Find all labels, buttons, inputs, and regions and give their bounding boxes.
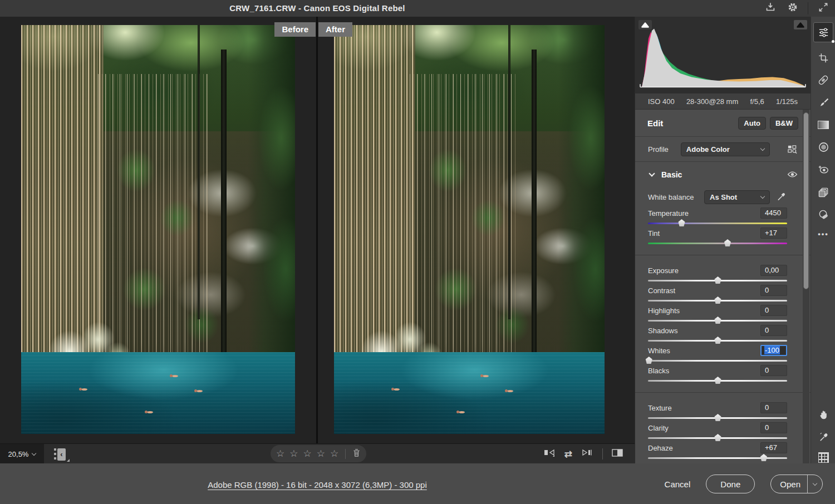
fullscreen-button[interactable]	[816, 2, 831, 15]
red-eye-tool-button[interactable]	[813, 159, 833, 179]
temperature-slider[interactable]	[648, 219, 787, 227]
basic-section-title: Basic	[661, 170, 682, 179]
copy-settings-icon	[581, 448, 594, 460]
clarity-slider[interactable]	[648, 434, 787, 442]
brush-tool-button[interactable]	[813, 92, 833, 112]
slider-thumb[interactable]	[714, 297, 722, 304]
preview-toggle-button[interactable]	[611, 448, 623, 459]
slider-track	[648, 223, 787, 224]
blacks-value-field[interactable]: 0	[760, 365, 787, 376]
slider-thumb[interactable]	[714, 337, 722, 344]
edit-tool-button[interactable]	[813, 22, 833, 42]
preview-toggle-icon	[611, 448, 623, 459]
texture-slider[interactable]	[648, 414, 787, 422]
exposure-value-field[interactable]: 0,00	[760, 265, 787, 276]
healing-tool-button[interactable]	[813, 70, 833, 90]
star-rating-3[interactable]: ☆	[303, 449, 312, 458]
exposure-slider[interactable]	[648, 276, 787, 284]
filmstrip-toggle-button[interactable]: ‹	[54, 447, 71, 462]
contrast-value-field[interactable]: 0	[760, 285, 787, 296]
delete-button[interactable]	[352, 448, 361, 459]
color-sampler-button[interactable]	[813, 426, 833, 446]
save-image-button[interactable]	[763, 2, 778, 15]
white-balance-label: White balance	[648, 193, 694, 201]
white-balance-eyedropper-button[interactable]	[777, 191, 787, 204]
shadows-slider[interactable]	[648, 337, 787, 344]
slider-thumb[interactable]	[645, 357, 653, 364]
dehaze-value-field[interactable]: +67	[760, 442, 787, 453]
slider-label: Shadows	[648, 327, 677, 335]
slider-thumb[interactable]	[714, 377, 722, 384]
auto-button[interactable]: Auto	[738, 117, 766, 130]
clarity-value-field[interactable]: 0	[760, 422, 787, 433]
tint-slider[interactable]	[648, 239, 787, 247]
star-rating-5[interactable]: ☆	[330, 449, 338, 458]
view-controls: ⇄	[543, 444, 623, 464]
snapshots-button[interactable]	[813, 205, 833, 225]
slider-thumb[interactable]	[677, 219, 686, 226]
split-view-icon	[543, 448, 556, 460]
histogram[interactable]	[635, 17, 811, 93]
star-rating-4[interactable]: ☆	[317, 449, 325, 458]
shadows-value-field[interactable]: 0	[760, 325, 787, 336]
shadow-clipping-toggle[interactable]	[794, 20, 807, 29]
swimmer	[459, 411, 465, 413]
profile-dropdown[interactable]: Adobe Color	[681, 142, 770, 156]
basic-visibility-toggle[interactable]	[787, 171, 798, 178]
title-bar-divider	[808, 2, 808, 14]
radial-filter-button[interactable]	[813, 137, 833, 157]
whites-value-field[interactable]: -100	[760, 345, 787, 356]
bw-button[interactable]: B&W	[770, 117, 798, 130]
graduated-filter-button[interactable]	[813, 115, 833, 135]
red-eye-icon	[817, 164, 829, 175]
trash-icon	[352, 448, 361, 459]
slider-thumb[interactable]	[724, 239, 732, 246]
crop-tool-button[interactable]	[813, 48, 833, 68]
preferences-button[interactable]	[785, 2, 800, 15]
more-tools-button[interactable]: •••	[813, 224, 833, 244]
before-after-view-button[interactable]	[543, 448, 556, 460]
copy-settings-button[interactable]	[581, 448, 594, 460]
before-photo[interactable]	[21, 25, 295, 434]
dehaze-slider[interactable]	[648, 454, 787, 462]
panel-scrollbar-thumb[interactable]	[803, 112, 809, 289]
temperature-value-field[interactable]: 4450	[760, 207, 787, 219]
slider-label: Exposure	[648, 266, 679, 275]
tint-value-field[interactable]: +17	[760, 228, 787, 239]
corner-menu-indicator	[67, 459, 70, 462]
contrast-slider[interactable]	[648, 297, 787, 304]
gear-icon	[787, 1, 799, 16]
slider-thumb[interactable]	[760, 454, 768, 461]
star-rating-1[interactable]: ☆	[276, 449, 284, 458]
highlights-value-field[interactable]: 0	[760, 305, 787, 316]
more-icon: •••	[818, 230, 829, 238]
expand-icon	[818, 2, 829, 15]
swap-icon: ⇄	[564, 448, 572, 460]
whites-slider[interactable]	[648, 357, 787, 364]
slider-thumb[interactable]	[714, 434, 722, 441]
cancel-button[interactable]: Cancel	[665, 480, 691, 489]
workflow-options-link[interactable]: Adobe RGB (1998) - 16 bit - 2048 x 3072 …	[0, 480, 635, 490]
zoom-level-select[interactable]: 20,5%	[0, 444, 44, 464]
rating-divider	[345, 449, 346, 459]
basic-section-header[interactable]: Basic	[635, 162, 811, 187]
slider-thumb[interactable]	[714, 414, 722, 421]
hand-tool-button[interactable]	[813, 404, 833, 424]
highlights-slider[interactable]	[648, 317, 787, 324]
slider-thumb[interactable]	[714, 276, 722, 284]
open-button[interactable]: Open	[770, 475, 823, 493]
white-balance-dropdown[interactable]: As Shot	[704, 190, 770, 204]
highlight-clipping-toggle[interactable]	[638, 20, 652, 29]
blacks-slider[interactable]	[648, 377, 787, 384]
done-button[interactable]: Done	[706, 475, 755, 493]
slider-thumb[interactable]	[714, 317, 722, 324]
exif-shutter: 1/125s	[776, 97, 798, 106]
presets-button[interactable]	[813, 182, 833, 202]
open-options-button[interactable]	[808, 475, 822, 493]
browse-profiles-button[interactable]	[787, 144, 798, 155]
texture-value-field[interactable]: 0	[760, 402, 787, 413]
open-button-label[interactable]: Open	[771, 480, 807, 489]
after-photo[interactable]	[334, 25, 605, 434]
star-rating-2[interactable]: ☆	[289, 449, 298, 458]
swap-before-after-button[interactable]: ⇄	[564, 448, 572, 460]
